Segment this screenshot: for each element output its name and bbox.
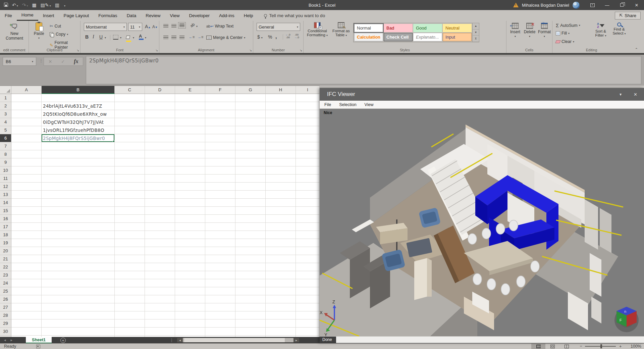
conditional-formatting-button[interactable]: ≠ ConditionalFormatting ▾ [306,22,329,37]
cell-A29[interactable] [11,319,42,328]
cell-G26[interactable] [235,295,266,303]
cell-F12[interactable] [205,183,235,191]
cell-F28[interactable] [205,311,235,319]
cell-F29[interactable] [205,319,235,328]
ribbon-tab-review[interactable]: Review [141,10,165,21]
row-header-19[interactable]: 19 [0,239,11,247]
ifc-menu-selection[interactable]: Selection [339,102,356,107]
confirm-entry-button[interactable]: ✓ [61,59,65,64]
cell-C15[interactable] [115,207,145,215]
cell-E4[interactable] [175,118,205,126]
cell-D28[interactable] [145,311,175,319]
cell-G5[interactable] [235,126,266,134]
cell-B25[interactable] [42,287,115,295]
row-header-7[interactable]: 7 [0,142,11,150]
cell-A18[interactable] [11,231,42,239]
cell-I8[interactable] [296,150,320,158]
cell-A6[interactable] [11,134,42,142]
cell-E15[interactable] [175,207,205,215]
cell-D30[interactable] [145,328,175,336]
name-box[interactable]: B6▾ [3,57,36,66]
cell-G27[interactable] [235,303,266,311]
cell-G16[interactable] [235,215,266,223]
borders-icon[interactable] [113,35,118,40]
cell-I15[interactable] [296,207,320,215]
cell-A5[interactable] [11,126,42,134]
cell-C9[interactable] [115,158,145,166]
fill-button[interactable]: ↓ Fill▾ [556,31,570,36]
column-header-E[interactable]: E [175,86,205,94]
cell-A16[interactable] [11,215,42,223]
cell-B11[interactable] [42,174,115,183]
cell-D23[interactable] [145,271,175,279]
underline-button[interactable]: U [99,34,103,40]
column-header-C[interactable]: C [115,86,145,94]
cell-C4[interactable] [115,118,145,126]
cell-B18[interactable] [42,231,115,239]
cell-F10[interactable] [205,166,235,174]
cell-F8[interactable] [205,150,235,158]
cell-E3[interactable] [175,110,205,118]
cell-A17[interactable] [11,223,42,231]
cell-C28[interactable] [115,311,145,319]
cell-H17[interactable] [266,223,296,231]
decrease-indent-icon[interactable]: ←≡ [189,35,195,39]
cell-H6[interactable] [266,134,296,142]
cell-G3[interactable] [235,110,266,118]
alignment-dialog-launcher[interactable]: ↘ [249,49,252,52]
cell-B2[interactable]: 24brlAjtL4Vu6313v_aE7Z [42,102,115,110]
cell-F14[interactable] [205,199,235,207]
cell-C20[interactable] [115,247,145,255]
cell-I1[interactable] [296,94,320,102]
cell-E17[interactable] [175,223,205,231]
cell-E28[interactable] [175,311,205,319]
cell-F16[interactable] [205,215,235,223]
cell-F9[interactable] [205,158,235,166]
cell-B21[interactable] [42,255,115,263]
cell-A13[interactable] [11,191,42,199]
undo-button[interactable]: ↶▾ [12,3,18,7]
zoom-level[interactable]: 100% [626,344,641,349]
row-header-16[interactable]: 16 [0,215,11,223]
cell-E12[interactable] [175,183,205,191]
column-header-G[interactable]: G [235,86,266,94]
cell-F27[interactable] [205,303,235,311]
cell-G10[interactable] [235,166,266,174]
cell-F5[interactable] [205,126,235,134]
font-color-dropdown[interactable]: ▾ [145,36,146,39]
cell-C14[interactable] [115,199,145,207]
cell-E5[interactable] [175,126,205,134]
cell-style-bad[interactable]: Bad [384,24,413,32]
ribbon-tab-add-ins[interactable]: Add-ins [214,10,239,21]
cell-F13[interactable] [205,191,235,199]
hscroll-thumb[interactable] [184,338,285,342]
cell-E7[interactable] [175,142,205,150]
cell-D22[interactable] [145,263,175,271]
cell-I16[interactable] [296,215,320,223]
cell-G17[interactable] [235,223,266,231]
cell-B10[interactable] [42,166,115,174]
paste-button[interactable]: Paste ▾ [32,22,46,40]
cell-I13[interactable] [296,191,320,199]
normal-view-button[interactable] [531,344,545,349]
tabbar-splitter[interactable]: ⋮ [170,338,174,343]
hscroll-right-arrow[interactable]: ▸ [293,338,299,342]
cell-H18[interactable] [266,231,296,239]
cell-A23[interactable] [11,271,42,279]
row-header-2[interactable]: 2 [0,102,11,110]
row-header-23[interactable]: 23 [0,271,11,279]
cell-G13[interactable] [235,191,266,199]
ribbon-tab-insert[interactable]: Insert [38,10,59,21]
number-dialog-launcher[interactable]: ↘ [300,49,302,52]
cell-B1[interactable] [42,94,115,102]
cell-H10[interactable] [266,166,296,174]
cell-I26[interactable] [296,295,320,303]
cell-B29[interactable] [42,319,115,328]
cell-F2[interactable] [205,102,235,110]
row-header-17[interactable]: 17 [0,223,11,231]
hscroll-left-arrow[interactable]: ◂ [177,338,183,342]
cell-F7[interactable] [205,142,235,150]
cell-D14[interactable] [145,199,175,207]
row-header-4[interactable]: 4 [0,118,11,126]
column-header-F[interactable]: F [205,86,235,94]
